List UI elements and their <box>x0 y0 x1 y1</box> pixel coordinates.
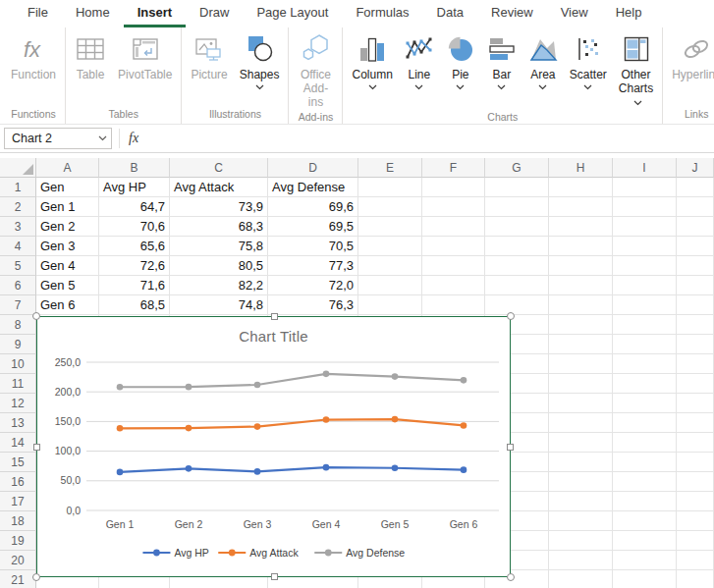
cell-E3[interactable] <box>358 217 422 237</box>
row-header-3[interactable]: 3 <box>0 217 36 237</box>
cell-H6[interactable] <box>549 276 613 295</box>
row-header-19[interactable]: 19 <box>0 531 36 551</box>
cell-J18[interactable] <box>677 511 714 531</box>
cell-B5[interactable]: 72,6 <box>99 256 170 276</box>
cell-H5[interactable] <box>549 256 613 276</box>
row-header-8[interactable]: 8 <box>0 315 36 335</box>
cell-I4[interactable] <box>613 237 677 256</box>
cell-J5[interactable] <box>677 256 714 276</box>
column-header-B[interactable]: B <box>99 158 170 178</box>
cell-J13[interactable] <box>677 413 714 433</box>
cell-A5[interactable]: Gen 4 <box>36 256 99 276</box>
cell-H4[interactable] <box>549 237 613 256</box>
cell-B3[interactable]: 70,6 <box>99 217 170 237</box>
cell-D1[interactable]: Avg Defense <box>268 178 358 197</box>
row-header-14[interactable]: 14 <box>0 433 36 453</box>
cell-J7[interactable] <box>677 295 714 315</box>
column-header-A[interactable]: A <box>36 158 99 178</box>
cell-I11[interactable] <box>613 374 677 394</box>
cell-E5[interactable] <box>358 256 422 276</box>
tab-insert[interactable]: Insert <box>124 0 186 27</box>
cell-D6[interactable]: 72,0 <box>268 276 358 295</box>
cell-E4[interactable] <box>358 237 422 256</box>
cell-D2[interactable]: 69,6 <box>268 197 358 217</box>
cell-A3[interactable]: Gen 2 <box>36 217 99 237</box>
cell-B1[interactable]: Avg HP <box>99 178 170 197</box>
office-addins-button[interactable]: Office Add-ins <box>292 27 339 109</box>
tab-home[interactable]: Home <box>62 0 124 27</box>
other-charts-button[interactable]: Other Charts <box>613 27 659 109</box>
cell-H17[interactable] <box>549 492 613 511</box>
cell-C2[interactable]: 73,9 <box>170 197 268 217</box>
cell-G4[interactable] <box>485 237 549 256</box>
cell-C1[interactable]: Avg Attack <box>170 178 268 197</box>
cell-A4[interactable]: Gen 3 <box>36 237 99 256</box>
cell-I6[interactable] <box>613 276 677 295</box>
chart-title[interactable]: Chart Title <box>37 317 510 345</box>
cell-I5[interactable] <box>613 256 677 276</box>
row-header-7[interactable]: 7 <box>0 295 36 315</box>
cell-J9[interactable] <box>677 335 714 354</box>
cell-J16[interactable] <box>677 472 714 492</box>
tab-help[interactable]: Help <box>602 0 656 27</box>
cell-H16[interactable] <box>549 472 613 492</box>
cell-F3[interactable] <box>422 217 485 237</box>
cell-E6[interactable] <box>358 276 422 295</box>
cell-C7[interactable]: 74,8 <box>170 295 268 315</box>
tab-draw[interactable]: Draw <box>186 0 243 27</box>
row-header-12[interactable]: 12 <box>0 394 36 413</box>
cell-H8[interactable] <box>549 315 613 335</box>
select-all-corner[interactable] <box>0 158 36 178</box>
row-header-16[interactable]: 16 <box>0 472 36 492</box>
cell-I20[interactable] <box>613 551 677 570</box>
hyperlink-button[interactable]: Hyperlink <box>666 27 714 81</box>
cell-H7[interactable] <box>549 295 613 315</box>
cell-J11[interactable] <box>677 374 714 394</box>
fx-icon[interactable]: fx <box>127 131 146 146</box>
cell-G7[interactable] <box>485 295 549 315</box>
column-header-I[interactable]: I <box>613 158 677 178</box>
cell-E2[interactable] <box>358 197 422 217</box>
cell-G1[interactable] <box>485 178 549 197</box>
cell-I14[interactable] <box>613 433 677 453</box>
tab-formulas[interactable]: Formulas <box>342 0 422 27</box>
cell-J15[interactable] <box>677 453 714 472</box>
cell-H18[interactable] <box>549 511 613 531</box>
column-header-H[interactable]: H <box>549 158 613 178</box>
column-chart-button[interactable]: Column <box>346 27 398 91</box>
cell-J6[interactable] <box>677 276 714 295</box>
line-chart-button[interactable]: Line <box>399 27 440 91</box>
row-header-21[interactable]: 21 <box>0 570 36 588</box>
column-header-J[interactable]: J <box>677 158 714 178</box>
cell-J3[interactable] <box>677 217 714 237</box>
scatter-chart-button[interactable]: Scatter <box>564 27 613 91</box>
cell-I9[interactable] <box>613 335 677 354</box>
chart-resize-handle-sw[interactable] <box>32 573 40 581</box>
embedded-chart[interactable]: Chart Title 0,050,0100,0150,0200,0250,0G… <box>36 316 511 577</box>
cell-B4[interactable]: 65,6 <box>99 237 170 256</box>
cell-F5[interactable] <box>422 256 485 276</box>
row-header-20[interactable]: 20 <box>0 551 36 570</box>
cell-H19[interactable] <box>549 531 613 551</box>
pivottable-button[interactable]: PivotTable <box>112 27 178 81</box>
cell-J12[interactable] <box>677 394 714 413</box>
chart-resize-handle-e[interactable] <box>507 444 514 451</box>
chart-resize-handle-nw[interactable] <box>32 312 40 320</box>
cell-F2[interactable] <box>422 197 485 217</box>
cell-J2[interactable] <box>677 197 714 217</box>
cell-I16[interactable] <box>613 472 677 492</box>
row-header-15[interactable]: 15 <box>0 453 36 472</box>
cell-I8[interactable] <box>613 315 677 335</box>
row-header-18[interactable]: 18 <box>0 511 36 531</box>
cell-J19[interactable] <box>677 531 714 551</box>
cell-J10[interactable] <box>677 354 714 374</box>
row-header-11[interactable]: 11 <box>0 374 36 394</box>
chart-resize-handle-se[interactable] <box>507 573 515 581</box>
cell-H3[interactable] <box>549 217 613 237</box>
cell-H13[interactable] <box>549 413 613 433</box>
cell-H21[interactable] <box>549 570 613 588</box>
cell-I2[interactable] <box>613 197 677 217</box>
cell-J4[interactable] <box>677 237 714 256</box>
row-header-10[interactable]: 10 <box>0 354 36 374</box>
cell-I7[interactable] <box>613 295 677 315</box>
